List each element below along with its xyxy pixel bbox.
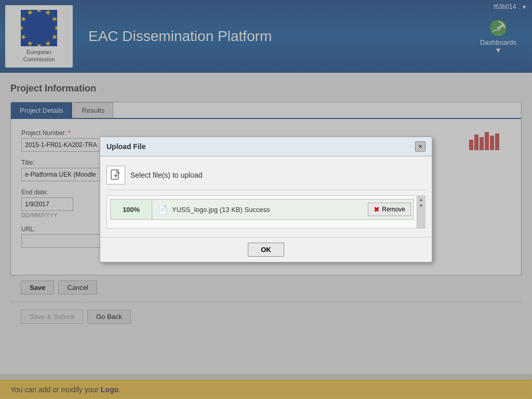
remove-file-button[interactable]: ✖ Remove (368, 203, 411, 216)
upload-percent: 100% (111, 200, 152, 219)
remove-label: Remove (382, 206, 405, 213)
modal-overlay[interactable]: Upload File × Select file(s) to upload (0, 0, 532, 399)
modal-header: Upload File × (100, 137, 432, 156)
scroll-up-arrow[interactable]: ▲ (419, 197, 423, 202)
upload-file-name: YUSS_logo.jpg (13 KB) Success (172, 206, 270, 214)
modal-footer: OK (100, 237, 432, 262)
modal-body: Select file(s) to upload 100% 📄 YUSS_log… (100, 156, 432, 235)
upload-list: 100% 📄 YUSS_logo.jpg (13 KB) Success ✖ R… (107, 196, 417, 228)
file-upload-icon (110, 169, 122, 181)
remove-icon: ✖ (374, 205, 380, 214)
upload-scrollbar[interactable]: ▲ ▼ (417, 196, 425, 228)
modal-title: Upload File (107, 142, 145, 151)
upload-file-row: 100% 📄 YUSS_logo.jpg (13 KB) Success ✖ R… (110, 199, 414, 220)
svg-rect-22 (111, 170, 118, 179)
ok-button[interactable]: OK (248, 243, 284, 257)
upload-modal: Upload File × Select file(s) to upload (100, 137, 432, 262)
select-file-icon[interactable] (107, 166, 125, 184)
upload-select-row: Select file(s) to upload (107, 163, 425, 190)
select-files-label: Select file(s) to upload (130, 171, 203, 179)
upload-area: 100% 📄 YUSS_logo.jpg (13 KB) Success ✖ R… (107, 195, 425, 229)
file-type-icon: 📄 (157, 205, 168, 215)
modal-close-button[interactable]: × (415, 141, 425, 152)
scroll-down-arrow[interactable]: ▼ (419, 203, 423, 208)
upload-file-info: 📄 YUSS_logo.jpg (13 KB) Success (152, 205, 368, 215)
